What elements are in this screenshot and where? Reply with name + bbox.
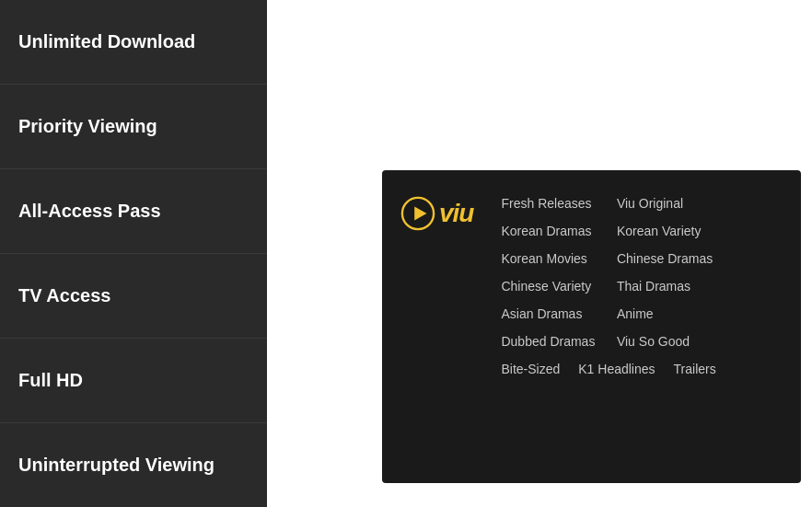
menu-item-chinese-dramas[interactable]: Chinese Dramas — [617, 251, 716, 266]
sidebar-item-full-hd[interactable]: Full HD — [0, 339, 267, 423]
menu-item-thai-dramas[interactable]: Thai Dramas — [617, 279, 716, 294]
menu-item-chinese-variety[interactable]: Chinese Variety — [501, 279, 597, 294]
menu-last-row: Bite-Sized K1 Headlines Trailers — [501, 362, 715, 376]
sidebar-item-tv-access[interactable]: TV Access — [0, 254, 267, 339]
sidebar-item-label: Unlimited Download — [18, 31, 195, 52]
menu-item-fresh-releases[interactable]: Fresh Releases — [501, 196, 597, 211]
viu-logo: viu — [400, 196, 473, 465]
menu-item-korean-dramas[interactable]: Korean Dramas — [501, 224, 597, 238]
sidebar: Unlimited Download Priority Viewing All-… — [0, 0, 267, 507]
menu-item-viu-original[interactable]: Viu Original — [617, 196, 716, 211]
menu-item-k1-headlines[interactable]: K1 Headlines — [578, 362, 655, 376]
menu-item-dubbed-dramas[interactable]: Dubbed Dramas — [501, 334, 597, 349]
viu-panel: viu Fresh Releases Viu Original Korean D… — [382, 170, 801, 483]
sidebar-item-unlimited-download[interactable]: Unlimited Download — [0, 0, 267, 85]
viu-menu-grid: Fresh Releases Viu Original Korean Drama… — [501, 196, 715, 465]
sidebar-item-label: TV Access — [18, 285, 110, 306]
menu-item-asian-dramas[interactable]: Asian Dramas — [501, 306, 597, 321]
menu-item-anime[interactable]: Anime — [617, 306, 716, 321]
menu-item-korean-movies[interactable]: Korean Movies — [501, 251, 597, 266]
svg-marker-1 — [414, 206, 426, 220]
sidebar-item-label: All-Access Pass — [18, 201, 161, 222]
sidebar-item-priority-viewing[interactable]: Priority Viewing — [0, 85, 267, 169]
sidebar-item-uninterrupted-viewing[interactable]: Uninterrupted Viewing — [0, 423, 267, 507]
sidebar-item-label: Priority Viewing — [18, 116, 157, 137]
menu-item-viu-so-good[interactable]: Viu So Good — [617, 334, 716, 349]
viu-play-icon — [400, 196, 435, 231]
menu-item-korean-variety[interactable]: Korean Variety — [617, 224, 716, 238]
menu-item-bite-sized[interactable]: Bite-Sized — [501, 362, 560, 376]
sidebar-item-label: Uninterrupted Viewing — [18, 455, 215, 476]
viu-brand-text: viu — [439, 199, 473, 228]
sidebar-item-all-access-pass[interactable]: All-Access Pass — [0, 169, 267, 254]
menu-item-trailers[interactable]: Trailers — [674, 362, 716, 376]
sidebar-item-label: Full HD — [18, 370, 83, 391]
